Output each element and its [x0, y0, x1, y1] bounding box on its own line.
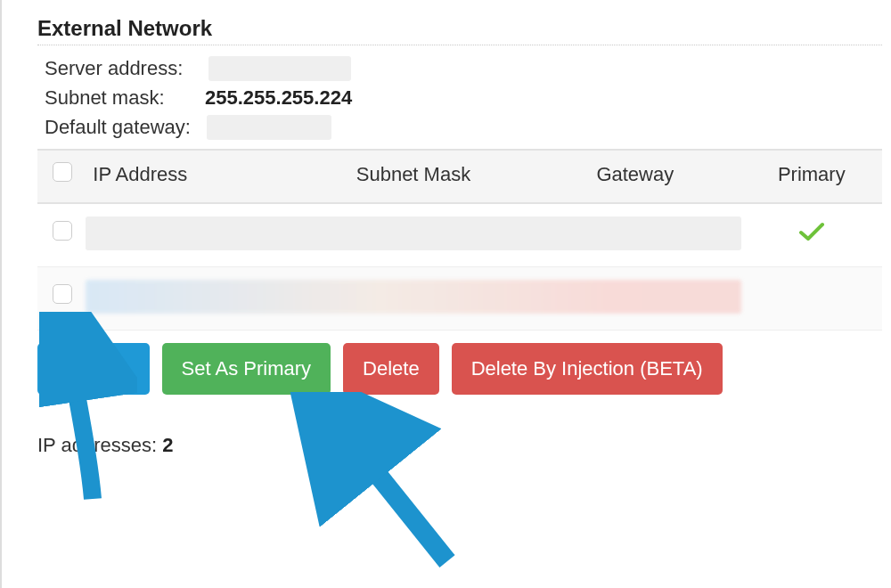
ip-count-label: IP addresses:	[37, 434, 162, 456]
server-address-row: Server address:	[45, 56, 882, 81]
default-gateway-value-redacted	[207, 115, 331, 140]
row-checkbox[interactable]	[53, 221, 72, 241]
server-address-value-redacted	[208, 56, 351, 81]
header-primary[interactable]: Primary	[741, 150, 882, 203]
row-content-redacted	[86, 280, 740, 314]
ip-table: IP Address Subnet Mask Gateway Primary	[37, 149, 882, 331]
default-gateway-row: Default gateway:	[45, 115, 882, 140]
network-info: Server address: Subnet mask: 255.255.255…	[45, 56, 882, 140]
header-ip[interactable]: IP Address	[86, 150, 298, 203]
subnet-mask-row: Subnet mask: 255.255.255.224	[45, 86, 882, 110]
section-title: External Network	[37, 16, 882, 45]
default-gateway-label: Default gateway:	[45, 116, 203, 139]
add-ip-button[interactable]: Add IP...	[37, 343, 150, 395]
header-subnet-mask[interactable]: Subnet Mask	[298, 150, 529, 203]
button-row: Add IP... Set As Primary Delete Delete B…	[37, 343, 882, 395]
ip-count-value: 2	[162, 434, 173, 456]
primary-check-icon	[798, 218, 825, 248]
row-checkbox[interactable]	[53, 284, 72, 304]
server-address-label: Server address:	[45, 57, 205, 80]
table-row[interactable]	[37, 203, 882, 267]
subnet-mask-value: 255.255.255.224	[205, 86, 352, 110]
row-content-redacted	[86, 216, 740, 250]
external-network-panel: External Network Server address: Subnet …	[0, 0, 891, 588]
select-all-checkbox[interactable]	[53, 162, 72, 182]
annotation-arrow-icon	[269, 392, 474, 579]
delete-by-injection-button[interactable]: Delete By Injection (BETA)	[452, 343, 723, 395]
header-gateway[interactable]: Gateway	[529, 150, 741, 203]
delete-button[interactable]: Delete	[343, 343, 439, 395]
header-checkbox-cell	[37, 150, 86, 203]
subnet-mask-label: Subnet mask:	[45, 86, 205, 110]
table-row[interactable]	[37, 267, 882, 331]
ip-count: IP addresses: 2	[37, 434, 882, 457]
set-primary-button[interactable]: Set As Primary	[162, 343, 331, 395]
